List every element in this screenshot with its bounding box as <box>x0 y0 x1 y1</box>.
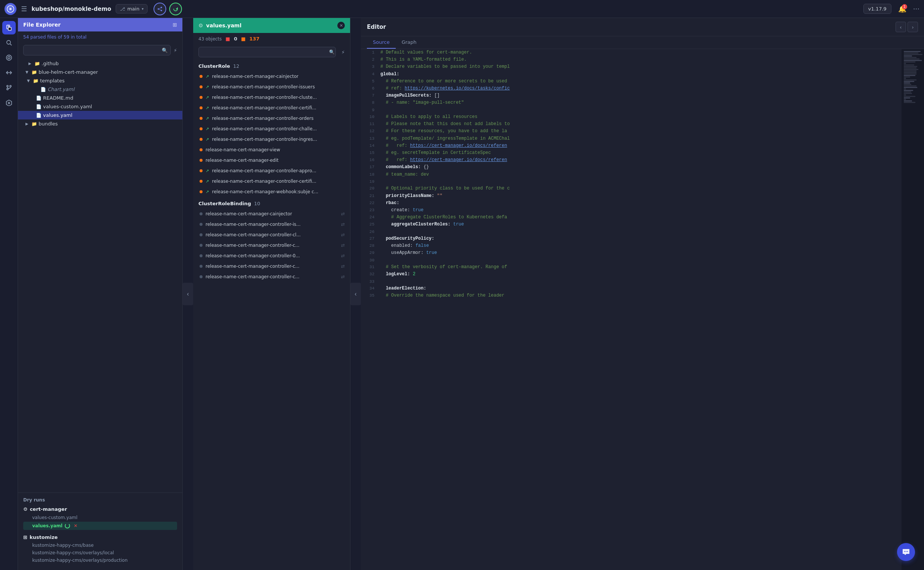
kustomize-item-production[interactable]: kustomize-happy-cms/overlays/production <box>23 556 177 564</box>
editor-forward-button[interactable]: › <box>907 22 918 32</box>
group-count: 12 <box>233 63 240 69</box>
editor-code-content[interactable]: 1 # Default values for cert-manager. 2 #… <box>361 49 901 570</box>
chat-button[interactable] <box>897 543 915 561</box>
code-line: 20 # Optional priority class to be used … <box>361 185 901 192</box>
list-item[interactable]: release-name-cert-manager-view <box>193 144 350 155</box>
dry-run-values-yaml[interactable]: values.yaml ✕ <box>23 522 177 530</box>
link-icon: ↗ <box>205 127 209 132</box>
sidebar-files-button[interactable] <box>2 21 16 34</box>
svg-point-4 <box>158 8 159 10</box>
kustomize-group: ⊞ kustomize kustomize-happy-cms/base kus… <box>23 535 177 564</box>
tab-source[interactable]: Source <box>367 36 396 49</box>
file-icon: 📄 <box>36 104 41 109</box>
tree-label: templates <box>40 78 64 84</box>
list-item[interactable]: ↗ release-name-cert-manager-controller-o… <box>193 113 350 124</box>
list-item[interactable]: release-name-cert-manager-controller-0..… <box>193 251 350 261</box>
resource-name: release-name-cert-manager-view <box>205 147 280 152</box>
notifications-button[interactable]: 🔔 1 <box>896 3 909 15</box>
share-button[interactable] <box>153 3 166 15</box>
status-dot <box>200 254 202 257</box>
app-logo <box>5 3 17 15</box>
link-icon: ↗ <box>205 106 209 110</box>
code-line: 21 priorityClassName: "" <box>361 193 901 199</box>
list-item[interactable]: ↗ release-name-cert-manager-controller-c… <box>193 124 350 134</box>
svg-point-21 <box>904 551 905 552</box>
list-item[interactable]: ↗ release-name-cert-manager-controller-a… <box>193 165 350 176</box>
menu-icon[interactable]: ☰ <box>21 5 27 13</box>
list-item[interactable]: ↗ release-name-cert-manager-cainjector <box>193 71 350 82</box>
topbar: ☰ kubeshop/monokle-demo ⎇ main ▾ v1.17.9… <box>0 0 924 18</box>
sidebar-git-button[interactable] <box>2 81 16 94</box>
folder-icon: 📁 <box>31 70 37 75</box>
list-item[interactable]: release-name-cert-manager-controller-c..… <box>193 240 350 251</box>
code-line: 33 <box>361 278 901 285</box>
list-item[interactable]: release-name-cert-manager-controller-cl.… <box>193 230 350 240</box>
tree-item-values-custom[interactable]: 📄 values-custom.yaml <box>18 102 182 111</box>
file-explorer-layout-button[interactable]: ⊞ <box>173 22 177 28</box>
tree-item-templates[interactable]: ▼ 📁 templates <box>18 77 182 85</box>
resource-name: release-name-cert-manager-controller-c..… <box>205 274 300 279</box>
editor-panel: Editor ‹ › Source Graph 1 # Default valu… <box>361 18 924 570</box>
tree-item-bundles[interactable]: ▶ 📁 bundles <box>18 120 182 128</box>
code-line: 15 # eg. secretTemplate in CertificateSp… <box>361 149 901 156</box>
tree-item-blue-helm[interactable]: ▼ 📁 blue-helm-cert-manager <box>18 68 182 77</box>
sidebar-search-button[interactable] <box>2 36 16 49</box>
resource-name: release-name-cert-manager-webhook:subje … <box>212 189 318 195</box>
refresh-button[interactable] <box>169 3 182 15</box>
close-icon[interactable]: ✕ <box>74 523 78 529</box>
code-line: 26 <box>361 228 901 236</box>
expand-icon: ▼ <box>27 79 31 83</box>
tree-item-values-yaml[interactable]: 📄 values.yaml <box>18 111 182 120</box>
dry-run-values-custom[interactable]: values-custom.yaml <box>23 513 177 522</box>
status-dot <box>200 244 202 247</box>
list-item[interactable]: release-name-cert-manager-controller-c..… <box>193 261 350 271</box>
list-item[interactable]: ↗ release-name-cert-manager-webhook:subj… <box>193 187 350 197</box>
code-line: 18 # team_name: dev <box>361 171 901 178</box>
tab-graph[interactable]: Graph <box>396 36 423 49</box>
list-item[interactable]: ↗ release-name-cert-manager-controller-i… <box>193 82 350 92</box>
sidebar-explorer-button[interactable] <box>2 51 16 64</box>
resource-search-input[interactable] <box>199 47 336 57</box>
filter-toggle-icon[interactable]: ⚡ <box>341 49 345 55</box>
more-options-button[interactable]: ··· <box>913 5 919 13</box>
resource-name: release-name-cert-manager-controller-cer… <box>212 105 317 110</box>
close-file-button[interactable]: ✕ <box>337 22 345 29</box>
sidebar-plugins-button[interactable] <box>2 96 16 109</box>
list-item[interactable]: ↗ release-name-cert-manager-controller-i… <box>193 134 350 144</box>
collapse-resource-panel-button[interactable]: ‹ <box>350 283 361 305</box>
version-badge: v1.17.9 <box>863 4 892 14</box>
list-item[interactable]: release-name-cert-manager-edit <box>193 155 350 165</box>
cluster-role-binding-header: ClusterRoleBinding 10 <box>193 197 350 208</box>
svg-line-7 <box>159 9 161 10</box>
list-item[interactable]: release-name-cert-manager-controller-c..… <box>193 271 350 282</box>
svg-rect-9 <box>8 28 11 30</box>
code-line: 11 # Please note that this does not add … <box>361 121 901 128</box>
status-dot <box>200 180 202 183</box>
collapse-file-explorer-button[interactable]: ‹ <box>183 283 193 305</box>
tree-item-github[interactable]: ▶ 📁 .github <box>18 59 182 68</box>
filter-icon[interactable]: ⚡ <box>174 48 177 53</box>
tree-item-chart-yaml[interactable]: 📄 Chart.yaml <box>18 85 182 93</box>
list-item[interactable]: ↗ release-name-cert-manager-controller-c… <box>193 92 350 103</box>
sidebar-compare-button[interactable] <box>2 66 16 80</box>
objects-count: 43 objects <box>199 36 222 41</box>
list-item[interactable]: release-name-cert-manager-cainjector ⇄ <box>193 208 350 219</box>
list-item[interactable]: ↗ release-name-cert-manager-controller-c… <box>193 176 350 187</box>
list-item[interactable]: release-name-cert-manager-controller-is.… <box>193 219 350 230</box>
svg-point-20 <box>8 102 10 104</box>
status-dot <box>200 117 202 120</box>
folder-icon: 📁 <box>34 61 40 66</box>
expand-icon: ▶ <box>29 61 33 66</box>
tree-item-readme[interactable]: 📄 README.md <box>18 93 182 102</box>
settings-icon: ⚙️ <box>23 506 28 512</box>
code-line: 6 # ref: https://kubernetes.io/docs/task… <box>361 85 901 92</box>
editor-back-button[interactable]: ‹ <box>895 22 906 32</box>
kustomize-item-local[interactable]: kustomize-happy-cms/overlays/local <box>23 549 177 556</box>
file-search-input[interactable] <box>23 45 171 55</box>
kustomize-item-base[interactable]: kustomize-happy-cms/base <box>23 541 177 549</box>
code-line: 7 imagePullSecrets: [] <box>361 92 901 99</box>
editor-with-minimap: 1 # Default values for cert-manager. 2 #… <box>361 49 924 570</box>
branch-selector[interactable]: ⎇ main ▾ <box>116 4 147 14</box>
list-item[interactable]: ↗ release-name-cert-manager-controller-c… <box>193 103 350 113</box>
helm-icon: ⚙ <box>199 23 203 29</box>
